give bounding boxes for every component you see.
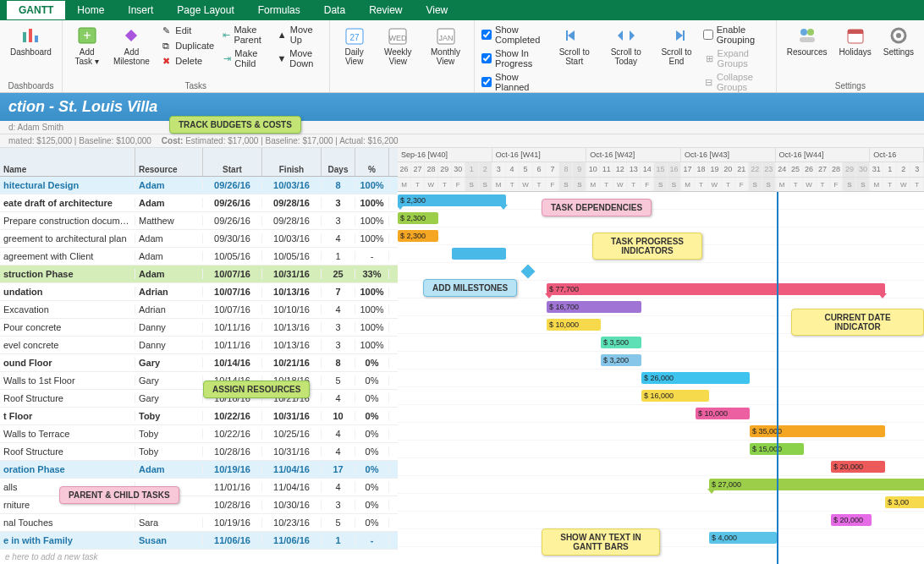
- holidays-button[interactable]: Holidays: [836, 24, 875, 58]
- task-row[interactable]: undationAdrian10/07/1610/13/167100%: [0, 283, 398, 301]
- task-row[interactable]: nal TouchesSara10/19/1610/23/1650%: [0, 514, 398, 532]
- col-resource[interactable]: Resource: [135, 148, 203, 176]
- timeline-dow: S: [573, 178, 586, 191]
- task-row[interactable]: ound FloorGary10/14/1610/21/1680%: [0, 354, 398, 372]
- gantt-bar[interactable]: $ 3,500: [601, 337, 641, 348]
- task-row[interactable]: struction PhaseAdam10/07/1610/31/162533%: [0, 266, 398, 283]
- gantt-bar[interactable]: $ 10,000: [547, 319, 601, 331]
- enable-grouping-checkbox[interactable]: Enable Grouping: [703, 24, 769, 46]
- timeline-dow: T: [722, 178, 735, 191]
- task-finish: 11/06/16: [262, 535, 322, 545]
- gantt-bar[interactable]: $ 3,00: [885, 496, 924, 508]
- tab-review[interactable]: Review: [357, 1, 414, 19]
- task-row[interactable]: hitectural DesignAdam09/26/1610/03/16810…: [0, 177, 398, 194]
- gantt-bar[interactable]: $ 20,000: [831, 514, 872, 526]
- col-days[interactable]: Days: [322, 148, 355, 176]
- show-planned-checkbox[interactable]: Show Planned: [481, 71, 547, 93]
- duplicate-button[interactable]: ⧉Duplicate: [158, 39, 216, 52]
- gantt-bar[interactable]: [452, 248, 506, 260]
- task-row[interactable]: Roof StructureGary10/18/1610/21/1640%: [0, 390, 398, 408]
- make-child-button[interactable]: ⇥Make Child: [221, 47, 270, 69]
- daily-view-button[interactable]: 27 Daily View: [337, 24, 372, 68]
- task-row[interactable]: agreement with ClientAdam10/05/1610/05/1…: [0, 248, 398, 266]
- task-grid: Name Resource Start Finish Days % hitect…: [0, 148, 398, 564]
- task-row[interactable]: Prepare construction documentsMatthew09/…: [0, 212, 398, 230]
- task-row[interactable]: eate draft of architectureAdam09/26/1609…: [0, 194, 398, 212]
- scroll-start-icon: [564, 25, 585, 46]
- scroll-start-button[interactable]: Scroll to Start: [552, 24, 597, 68]
- timeline-day: 3: [910, 162, 924, 177]
- gantt-bar[interactable]: $ 20,000: [831, 461, 885, 473]
- task-row[interactable]: alls11/01/1611/04/1640%: [0, 479, 398, 496]
- task-row[interactable]: evel concreteDanny10/11/1610/13/163100%: [0, 337, 398, 354]
- timeline-month: Oct-16 [W42]: [586, 148, 681, 162]
- scroll-today-button[interactable]: Scroll to Today: [602, 24, 650, 68]
- make-parent-button[interactable]: ⇤Make Parent: [221, 24, 270, 46]
- task-pct: 100%: [355, 198, 389, 208]
- task-finish: 10/13/16: [262, 322, 322, 332]
- col-finish[interactable]: Finish: [262, 148, 322, 176]
- bar-label: $ 26,000: [644, 374, 674, 382]
- gantt-bar[interactable]: $ 16,000: [641, 390, 709, 402]
- gantt-bar[interactable]: $ 35,000: [750, 425, 885, 437]
- task-row[interactable]: Pour concreteDanny10/11/1610/13/163100%: [0, 319, 398, 337]
- gantt-bar[interactable]: $ 77,700: [547, 283, 885, 295]
- timeline-month: Oct-16 [W43]: [681, 148, 776, 162]
- gantt-bar[interactable]: $ 2,300: [398, 212, 438, 224]
- delete-button[interactable]: ✖Delete: [158, 54, 216, 68]
- show-inprogress-checkbox[interactable]: Show In Progress: [481, 47, 547, 69]
- col-start[interactable]: Start: [203, 148, 262, 176]
- col-name[interactable]: Name: [0, 148, 135, 176]
- tab-formulas[interactable]: Formulas: [246, 1, 312, 19]
- today-indicator: [777, 192, 778, 564]
- task-row[interactable]: e in with FamilySusan11/06/1611/06/161-: [0, 532, 398, 550]
- task-pct: 100%: [355, 287, 389, 297]
- task-row[interactable]: Roof StructureToby10/28/1610/31/1640%: [0, 443, 398, 461]
- add-milestone-button[interactable]: Add Milestone: [110, 24, 154, 68]
- gantt-bar[interactable]: $ 26,000: [641, 372, 750, 384]
- settings-button[interactable]: Settings: [880, 24, 917, 58]
- add-task-placeholder[interactable]: e here to add a new task: [0, 550, 398, 564]
- timeline-day: 26: [398, 162, 411, 177]
- timeline-dow: W: [425, 178, 438, 191]
- task-row[interactable]: t FloorToby10/22/1610/31/16100%: [0, 408, 398, 425]
- add-task-button[interactable]: + Add Task ▾: [69, 24, 105, 68]
- resources-button[interactable]: Resources: [784, 24, 831, 58]
- col-pct[interactable]: %: [355, 148, 389, 176]
- milestone-diamond[interactable]: [521, 265, 536, 279]
- task-row[interactable]: greement to architectural planAdam09/30/…: [0, 230, 398, 248]
- move-up-button[interactable]: ▲Move Up: [275, 24, 322, 46]
- timeline-day: 6: [533, 162, 547, 177]
- dashboard-button[interactable]: Dashboard: [7, 24, 55, 58]
- gantt-row: $ 3,500: [398, 334, 924, 352]
- edit-button[interactable]: ✎Edit: [158, 24, 216, 37]
- collapse-icon: ⊟: [705, 76, 713, 88]
- task-row[interactable]: ExcavationAdrian10/07/1610/10/164100%: [0, 301, 398, 319]
- weekly-view-button[interactable]: WED Weekly View: [377, 24, 419, 68]
- gantt-row: $ 35,000: [398, 423, 924, 441]
- tab-gantt[interactable]: GANTT: [7, 1, 65, 19]
- gantt-bar[interactable]: $ 2,300: [398, 230, 438, 242]
- tab-home[interactable]: Home: [65, 1, 116, 19]
- gantt-row: $ 26,000: [398, 370, 924, 387]
- task-row[interactable]: Walls to TerraceToby10/22/1610/25/1640%: [0, 425, 398, 443]
- task-row[interactable]: oration PhaseAdam10/19/1611/04/16170%: [0, 461, 398, 479]
- gantt-bar[interactable]: $ 4,000: [709, 532, 777, 544]
- scroll-end-button[interactable]: Scroll to End: [655, 24, 698, 68]
- gantt-bar[interactable]: $ 3,200: [601, 354, 641, 366]
- task-row[interactable]: rniture10/28/1610/30/1630%: [0, 496, 398, 514]
- tab-data[interactable]: Data: [312, 1, 357, 19]
- collapse-groups-button[interactable]: ⊟Collapse Groups: [703, 71, 769, 93]
- gantt-bar[interactable]: $ 2,300: [398, 194, 506, 206]
- monthly-view-button[interactable]: JAN Monthly View: [424, 24, 467, 68]
- tab-page-layout[interactable]: Page Layout: [165, 1, 245, 19]
- tab-insert[interactable]: Insert: [116, 1, 165, 19]
- task-row[interactable]: Walls to 1st FloorGary10/14/1610/18/1650…: [0, 372, 398, 390]
- move-down-button[interactable]: ▼Move Down: [275, 47, 322, 69]
- tab-view[interactable]: View: [414, 1, 459, 19]
- gantt-bar[interactable]: $ 27,000: [709, 479, 924, 490]
- expand-groups-button[interactable]: ⊞Expand Groups: [703, 47, 769, 69]
- show-completed-checkbox[interactable]: Show Completed: [481, 24, 547, 46]
- gantt-bar[interactable]: $ 16,700: [547, 301, 641, 313]
- gantt-bar[interactable]: $ 10,000: [696, 408, 750, 419]
